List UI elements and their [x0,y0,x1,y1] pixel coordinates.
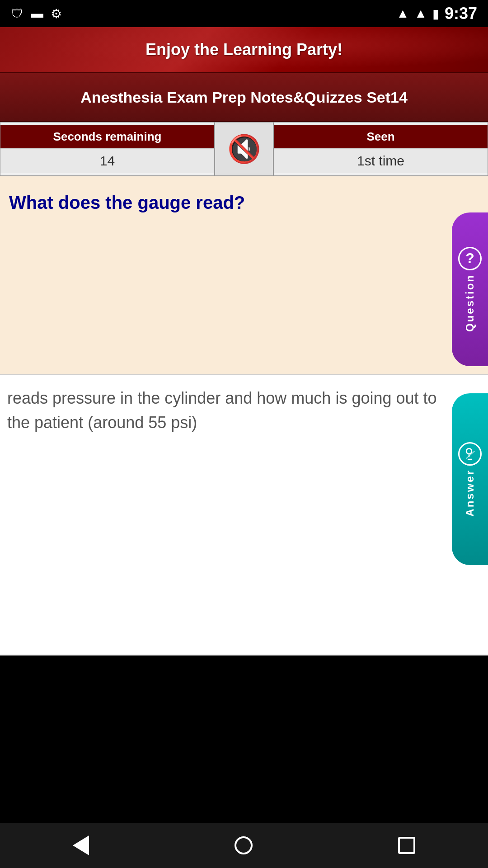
mute-button[interactable]: 🔇 [215,122,273,176]
title-bar-text: Anesthesia Exam Prep Notes&Quizzes Set14 [80,89,408,106]
answer-area: reads pressure in the cylinder and how m… [0,375,488,656]
seen-cell: Seen 1st time [273,122,488,176]
status-icons-right: ▲ ▲ ▮ 9:37 [397,4,478,23]
svg-point-0 [466,448,472,454]
recent-button[interactable] [398,837,415,854]
question-area: What does the gauge read? ? Question [0,176,488,375]
home-icon [235,836,253,854]
answer-tab-icon [458,442,482,466]
seen-label: Seen [274,125,488,148]
back-button[interactable] [73,835,89,855]
back-icon [73,835,89,855]
question-tab-icon: ? [458,247,482,270]
top-banner-text: Enjoy the Learning Party! [145,40,343,59]
settings-icon: ⚙ [51,6,62,21]
seconds-remaining-label: Seconds remaining [0,125,214,148]
top-banner: Enjoy the Learning Party! [0,27,488,72]
seconds-remaining-cell: Seconds remaining 14 [0,122,215,176]
signal-icon: ▲ [414,6,427,21]
mute-icon: 🔇 [227,133,261,165]
recent-icon [398,837,415,854]
status-icons-left: 🛡 ▬ ⚙ [11,6,62,21]
status-bar: 🛡 ▬ ⚙ ▲ ▲ ▮ 9:37 [0,0,488,27]
nav-bar [0,823,488,868]
wifi-icon: ▲ [397,6,409,21]
question-tab-label: Question [464,274,476,332]
answer-tab-label: Answer [464,469,476,517]
answer-text: reads pressure in the cylinder and how m… [7,386,443,435]
title-bar: Anesthesia Exam Prep Notes&Quizzes Set14 [0,72,488,122]
seen-value: 1st time [274,148,488,173]
battery-icon: ▮ [432,6,439,21]
status-time: 9:37 [445,4,477,23]
sim-icon: ▬ [31,6,43,21]
question-tab[interactable]: ? Question [452,212,488,366]
home-button[interactable] [235,836,253,854]
answer-tab-content: Answer [458,442,482,517]
question-text: What does the gauge read? [9,190,479,215]
seconds-remaining-value: 14 [0,148,214,173]
shield-icon: 🛡 [11,6,23,21]
question-tab-content: ? Question [458,247,482,332]
answer-tab[interactable]: Answer [452,393,488,565]
stats-row: Seconds remaining 14 🔇 Seen 1st time [0,122,488,176]
